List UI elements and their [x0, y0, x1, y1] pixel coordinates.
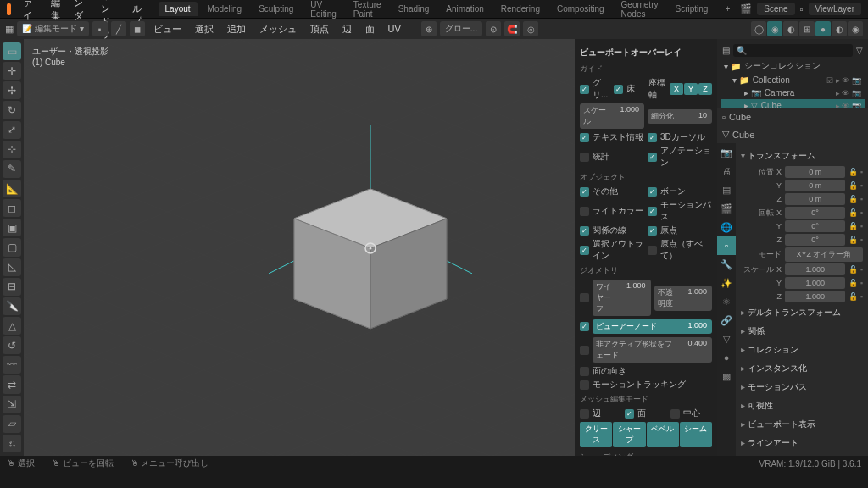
btn-sharp[interactable]: シャープ: [613, 422, 645, 447]
check-bones[interactable]: ✓: [648, 187, 657, 197]
filter-icon[interactable]: ▽: [856, 46, 863, 55]
proptab-viewlayer[interactable]: ▤: [717, 180, 736, 199]
check-fade[interactable]: [580, 346, 589, 355]
outliner-mode-icon[interactable]: ▤: [722, 46, 730, 55]
hdr-add[interactable]: 追加: [222, 21, 251, 37]
hdr-view[interactable]: ビュー: [148, 21, 186, 37]
tab-uv[interactable]: UV Editing: [303, 0, 343, 21]
hdr-vertex[interactable]: 頂点: [305, 21, 334, 37]
section-viewport-display[interactable]: ビューポート表示: [741, 415, 863, 434]
pivot-icon[interactable]: ⊙: [486, 21, 501, 36]
section-instancing[interactable]: インスタンス化: [741, 359, 863, 378]
check-faces[interactable]: ✓: [625, 409, 634, 419]
vp-solid-icon[interactable]: ●: [815, 21, 831, 36]
tab-shading[interactable]: Shading: [392, 2, 437, 16]
vp-gizmo-icon[interactable]: ◯: [751, 21, 766, 36]
section-motionpaths[interactable]: モーションパス: [741, 378, 863, 396]
check-relations[interactable]: ✓: [580, 226, 589, 236]
proptab-modifier[interactable]: 🔧: [717, 255, 736, 274]
rot-y[interactable]: 0°: [785, 220, 845, 232]
scale-y[interactable]: 1.000: [785, 277, 845, 289]
tool-cursor[interactable]: ✛: [3, 62, 21, 80]
check-outline[interactable]: ✓: [580, 246, 589, 255]
tool-knife[interactable]: 🔪: [3, 297, 21, 315]
tool-extrude[interactable]: ▣: [3, 219, 21, 236]
check-floor[interactable]: ✓: [614, 85, 623, 94]
tool-select-box[interactable]: ▭: [3, 42, 21, 60]
tool-smooth[interactable]: 〰: [3, 356, 21, 374]
tree-camera[interactable]: ▸ 📷 Camera▸ 👁 📷: [721, 86, 865, 99]
check-textinfo[interactable]: ✓: [580, 133, 589, 142]
global-dropdown[interactable]: グロー...: [440, 21, 482, 36]
section-relations[interactable]: 関係: [741, 322, 863, 341]
check-extras[interactable]: ✓: [580, 187, 589, 197]
check-lightcolor[interactable]: [580, 207, 589, 216]
check-stats[interactable]: [580, 152, 589, 162]
axis-y[interactable]: Y: [684, 83, 698, 95]
vp-matprev-icon[interactable]: ◐: [832, 21, 847, 36]
rot-z[interactable]: 0°: [785, 234, 845, 246]
vp-overlay-icon[interactable]: ◉: [767, 21, 782, 36]
tab-texpaint[interactable]: Texture Paint: [347, 0, 388, 21]
prop-edit-icon[interactable]: ◎: [523, 21, 538, 36]
viewlayer-field[interactable]: ViewLayer: [809, 3, 862, 15]
proptab-particle[interactable]: ✨: [717, 274, 736, 292]
check-edges[interactable]: [580, 409, 589, 419]
tool-inset[interactable]: ▢: [3, 238, 21, 256]
tab-scripting[interactable]: Scripting: [668, 2, 715, 16]
btn-bevel[interactable]: ベベル: [647, 422, 679, 447]
tool-polybuild[interactable]: △: [3, 317, 21, 335]
pos-z[interactable]: 0 m: [785, 193, 845, 205]
tool-loopcut[interactable]: ⊟: [3, 278, 21, 296]
section-collections[interactable]: コレクション: [741, 341, 863, 359]
tab-layout[interactable]: Layout: [159, 2, 198, 16]
check-origins-all[interactable]: [648, 246, 657, 255]
rot-mode[interactable]: XYZ オイラー角: [785, 247, 863, 262]
tab-compositing[interactable]: Compositing: [550, 2, 611, 16]
vp-xray-icon[interactable]: ◐: [783, 21, 798, 36]
tab-sculpting[interactable]: Sculpting: [252, 2, 300, 16]
tool-move[interactable]: ✢: [3, 81, 21, 99]
check-wire[interactable]: [580, 293, 589, 302]
tab-animation[interactable]: Animation: [439, 2, 490, 16]
check-grid[interactable]: ✓: [580, 85, 589, 94]
tab-add[interactable]: +: [718, 2, 737, 16]
tool-shrink[interactable]: ⇲: [3, 396, 21, 413]
proptab-constraint[interactable]: 🔗: [717, 311, 736, 330]
pos-x[interactable]: 0 m: [785, 166, 845, 178]
menu-edit[interactable]: 編集: [46, 0, 65, 24]
section-lineart[interactable]: ラインアート: [741, 434, 863, 452]
tab-geonodes[interactable]: Geometry Nodes: [615, 0, 665, 21]
proptab-output[interactable]: 🖨: [717, 162, 736, 180]
check-motionpath[interactable]: ✓: [648, 207, 657, 216]
editor-type-icon[interactable]: ▦: [5, 24, 14, 35]
transform-orient-icon[interactable]: ⊕: [421, 21, 437, 36]
btn-crease[interactable]: クリース: [580, 422, 612, 447]
tool-rip[interactable]: ⎌: [3, 435, 21, 452]
pos-y[interactable]: 0 m: [785, 180, 845, 191]
tab-rendering[interactable]: Rendering: [494, 2, 547, 16]
tool-bevel[interactable]: ◺: [3, 258, 21, 276]
snap-icon[interactable]: 🧲: [504, 21, 520, 36]
check-viewer[interactable]: ✓: [580, 322, 589, 331]
tool-annotate[interactable]: ✎: [3, 160, 21, 178]
vp-wireframe-icon[interactable]: ⊞: [799, 21, 815, 36]
face-select-icon[interactable]: ◼: [130, 21, 145, 36]
btn-seam[interactable]: シーム: [680, 422, 712, 447]
tool-shear[interactable]: ▱: [3, 415, 21, 433]
tool-rotate[interactable]: ↻: [3, 101, 21, 119]
proptab-material[interactable]: ●: [717, 348, 736, 367]
outliner-search[interactable]: 🔍: [733, 44, 853, 57]
mode-select[interactable]: 📝 編集モード ▾: [17, 21, 89, 36]
hdr-select[interactable]: 選択: [190, 21, 219, 37]
tree-scene-collection[interactable]: ▾ 📁 シーンコレクション: [721, 58, 865, 74]
section-visibility[interactable]: 可視性: [741, 396, 863, 415]
3d-viewport[interactable]: ユーザー・透視投影 (1) Cube ビューポートオーバーレイ ガイド ✓グリ.…: [24, 39, 717, 456]
check-annot[interactable]: ✓: [648, 152, 657, 162]
proptab-data[interactable]: ▽: [717, 330, 736, 348]
check-center[interactable]: [670, 409, 680, 419]
scene-field[interactable]: Scene: [757, 3, 794, 15]
axis-x[interactable]: X: [670, 83, 683, 95]
proptab-physics[interactable]: ⚛: [717, 292, 736, 311]
hdr-uv[interactable]: UV: [383, 22, 406, 36]
